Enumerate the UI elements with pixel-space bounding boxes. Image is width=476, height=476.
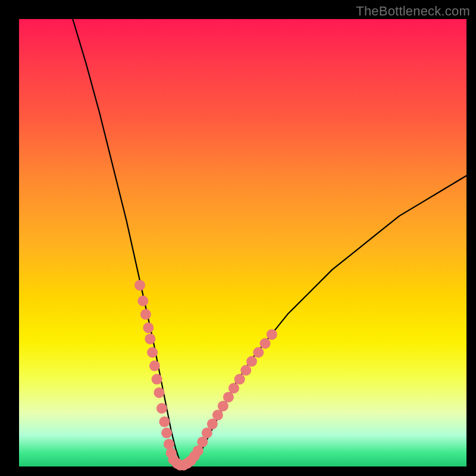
data-point (260, 338, 271, 349)
data-point (147, 347, 158, 358)
data-point (149, 361, 160, 371)
data-point (161, 428, 172, 439)
curve-path (73, 19, 466, 466)
data-point (223, 392, 234, 402)
data-point (134, 280, 145, 290)
outer-frame: TheBottleneck.com (0, 0, 476, 476)
chart-svg (19, 19, 466, 466)
data-point (240, 365, 251, 375)
plot-area (19, 19, 466, 466)
data-point (143, 322, 154, 333)
data-point (218, 400, 228, 411)
data-point (228, 383, 239, 393)
data-point (140, 309, 151, 320)
data-point (145, 334, 155, 345)
watermark-text: TheBottleneck.com (356, 4, 470, 19)
data-point (212, 410, 223, 421)
data-point (202, 428, 212, 439)
data-point (253, 347, 264, 358)
data-point (164, 439, 174, 449)
data-point (234, 374, 245, 384)
data-point (152, 374, 162, 384)
data-point (246, 356, 257, 367)
data-point (207, 419, 218, 430)
data-point (159, 416, 170, 427)
data-point (156, 403, 167, 414)
data-point (267, 329, 277, 340)
data-point (154, 387, 164, 398)
data-point (137, 296, 148, 306)
